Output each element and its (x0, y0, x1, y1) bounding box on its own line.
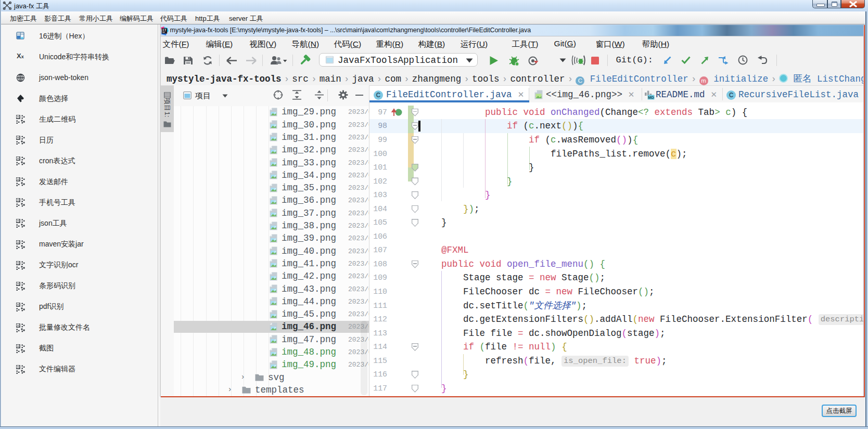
svg-text:MD: MD (648, 95, 654, 99)
